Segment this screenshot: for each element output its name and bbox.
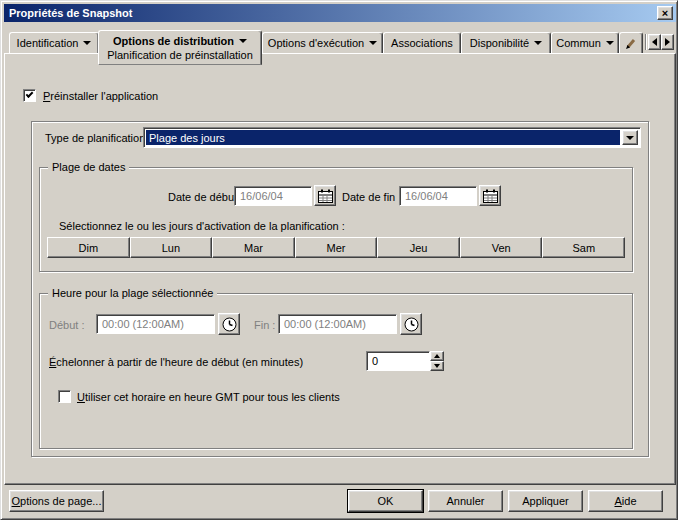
clock-icon (404, 317, 419, 332)
tab-options-d-execution[interactable]: Options d'exécution (262, 32, 383, 53)
start-date-label: Date de début (168, 190, 237, 205)
tab-menu-arrow-icon (369, 41, 377, 45)
arrow-right-icon (665, 38, 670, 46)
end-time-label: Fin : (254, 318, 275, 333)
tab-strip-divider (645, 34, 647, 50)
clock-icon (222, 317, 237, 332)
tab-clipped[interactable] (619, 32, 643, 53)
arrow-left-icon (652, 38, 657, 46)
tab-label: Associations (391, 37, 453, 49)
start-time-clock-button[interactable] (218, 313, 240, 335)
combobox-selected-value: Plage des jours (149, 132, 225, 144)
help-button[interactable]: Aide (588, 490, 663, 512)
arrow-up-icon (434, 354, 440, 358)
end-time-field: 00:00 (12:00AM) (278, 314, 397, 334)
titlebar: Propriétés de Snapshot × (4, 4, 676, 22)
start-time-label: Début : (49, 318, 84, 333)
end-time-clock-button[interactable] (400, 313, 422, 335)
tab-menu-arrow-icon (606, 41, 614, 45)
tab-options-de-distribution[interactable]: Options de distribution Planification de… (98, 30, 262, 65)
stagger-input[interactable]: 0 (366, 351, 430, 371)
check-icon (26, 90, 34, 98)
end-date-label: Date de fin (342, 190, 395, 205)
end-date-field: 16/06/04 (399, 186, 477, 206)
gmt-checkbox[interactable] (58, 390, 71, 403)
preinstall-label: Préinstaller l'application (43, 89, 158, 104)
close-icon: × (662, 8, 668, 19)
spin-down-button[interactable] (430, 361, 444, 371)
tab-scroll-right-button[interactable] (661, 34, 674, 50)
schedule-type-label: Type de planification : (45, 131, 151, 146)
gmt-checkbox-label: Utiliser cet horaire en heure GMT pour t… (77, 390, 340, 405)
spin-up-button[interactable] (430, 351, 444, 361)
arrow-down-icon (434, 364, 440, 368)
time-range-group-title: Heure pour la plage sélectionnée (48, 287, 217, 300)
ok-button[interactable]: OK (348, 490, 423, 512)
tab-commun[interactable]: Commun (551, 32, 619, 53)
day-cell-dim[interactable]: Dim (47, 237, 130, 258)
days-prompt-label: Sélectionnez le ou les jours d'activatio… (59, 219, 345, 234)
tab-associations[interactable]: Associations (383, 32, 461, 53)
tab-disponibilite[interactable]: Disponibilité (461, 32, 551, 53)
day-cell-mar[interactable]: Mar (212, 237, 295, 258)
day-cell-sam[interactable]: Sam (542, 237, 625, 258)
day-cell-lun[interactable]: Lun (130, 237, 213, 258)
stagger-label: Échelonner à partir de l'heure de début … (49, 355, 303, 370)
tab-label: Identification (17, 37, 79, 49)
tab-menu-arrow-icon (239, 39, 247, 43)
calendar-icon (318, 189, 333, 203)
apply-button[interactable]: Appliquer (508, 490, 583, 512)
tab-label: Commun (556, 37, 601, 49)
tab-menu-arrow-icon (534, 41, 542, 45)
start-date-field: 16/06/04 (234, 186, 312, 206)
tab-scroll-left-button[interactable] (648, 34, 661, 50)
schedule-type-combobox[interactable]: Plage des jours (143, 127, 641, 148)
start-time-field: 00:00 (12:00AM) (96, 314, 215, 334)
window-title: Propriétés de Snapshot (9, 7, 132, 19)
chevron-down-icon (626, 136, 634, 140)
tab-label: Options d'exécution (268, 37, 364, 49)
brush-icon (624, 36, 638, 50)
close-button[interactable]: × (657, 6, 673, 20)
cancel-button[interactable]: Annuler (428, 490, 503, 512)
page-options-button[interactable]: Options de page... (9, 490, 104, 512)
dialog-proprietes-snapshot: Propriétés de Snapshot × Identification … (0, 0, 678, 520)
tab-label: Disponibilité (470, 37, 529, 49)
preinstall-checkbox[interactable] (23, 89, 36, 102)
start-date-calendar-button[interactable] (314, 185, 336, 206)
tab-label: Options de distribution (113, 35, 234, 47)
tab-menu-arrow-icon (83, 41, 91, 45)
days-selector: Dim Lun Mar Mer Jeu Ven Sam (47, 237, 625, 258)
calendar-icon (483, 189, 498, 203)
date-range-group-title: Plage de dates (48, 161, 129, 174)
combobox-dropdown-button[interactable] (622, 130, 638, 145)
stagger-spinner (430, 351, 444, 371)
end-date-calendar-button[interactable] (479, 185, 501, 206)
tab-identification[interactable]: Identification (9, 32, 99, 53)
day-cell-ven[interactable]: Ven (460, 237, 543, 258)
day-cell-mer[interactable]: Mer (295, 237, 378, 258)
tab-sublabel: Planification de préinstallation (107, 49, 253, 61)
day-cell-jeu[interactable]: Jeu (377, 237, 460, 258)
